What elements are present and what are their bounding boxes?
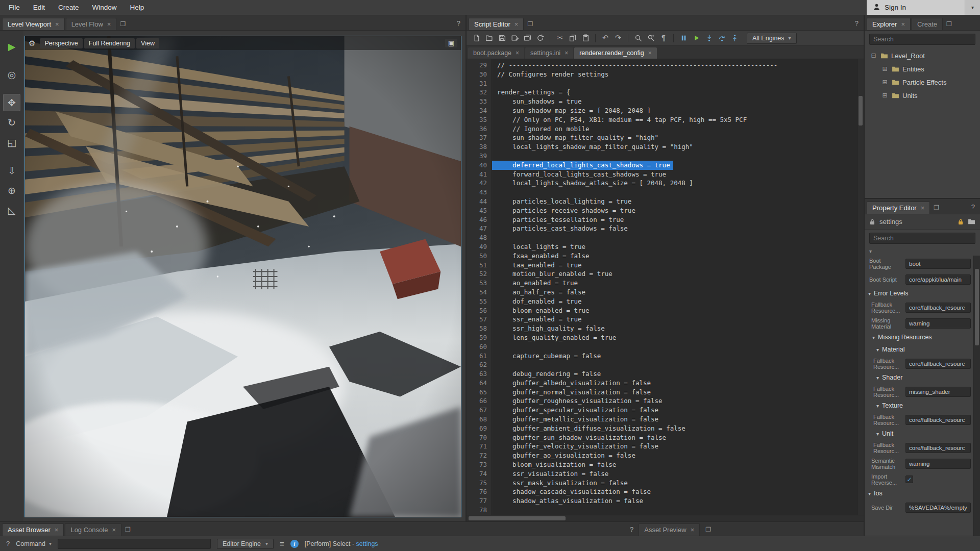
undock-icon[interactable]: ❐ [125,526,131,533]
viewport-view-button[interactable]: View [136,38,159,48]
code-line-61[interactable]: capture_cubemap = false [497,352,857,361]
property-value-field[interactable]: warning [905,318,971,329]
save-icon[interactable] [496,33,507,44]
close-icon[interactable]: × [648,50,652,56]
property-value-field[interactable]: core/fallback_resourc [905,443,971,453]
frame-select-icon[interactable]: ◎ [3,66,20,83]
code-line-44[interactable]: particles_local_lighting = true [497,197,857,206]
viewport-layout-icon[interactable]: ▣ [445,39,457,47]
section-ios[interactable]: ▾Ios [865,487,972,499]
code-line-68[interactable]: gbuffer_metallic_visualization = false [497,415,857,424]
save-as-icon[interactable] [509,33,520,44]
code-line-64[interactable]: gbuffer_albedo_visualization = false [497,379,857,388]
file-tab-renderer-render-config[interactable]: renderer.render_config× [574,47,657,59]
tab-asset-browser[interactable]: Asset Browser× [2,523,64,536]
run-level-icon[interactable]: ▶ [3,38,20,55]
code-line-55[interactable]: dof_enabled = true [497,297,857,306]
code-line-43[interactable] [497,188,857,197]
scrollbar-thumb[interactable] [975,269,979,345]
tab-asset-preview[interactable]: Asset Preview× [639,523,700,536]
folder-icon[interactable] [968,218,975,225]
menu-create[interactable]: Create [52,0,86,15]
vertical-scrollbar[interactable] [973,256,980,536]
property-value-field[interactable]: warning [905,459,971,469]
gear-icon[interactable]: ⚙ [29,39,35,48]
code-line-35[interactable]: // Only on PC, PS4, XB1: medium == 4 tap… [497,115,857,124]
step-over-icon[interactable] [716,33,727,44]
close-icon[interactable]: × [691,527,695,533]
code-line-77[interactable]: shadow_atlas_visualization = false [497,496,857,506]
show-whitespace-icon[interactable]: ¶ [658,33,669,44]
property-value-field[interactable]: missing_shader [905,387,971,397]
code-line-31[interactable] [497,79,857,88]
viewport-perspective-button[interactable]: Perspective [40,38,82,48]
step-into-icon[interactable] [703,33,715,44]
close-icon[interactable]: × [107,21,111,28]
code-line-74[interactable]: ssr_visualization = false [497,469,857,479]
move-tool-icon[interactable]: ✥ [3,94,20,111]
code-line-76[interactable]: shadow_cascade_visualization = false [497,487,857,496]
code-line-53[interactable]: ao_enabled = true [497,279,857,288]
code-line-49[interactable]: local_lights = true [497,242,857,252]
code-lines[interactable]: // -------------------------------------… [492,59,857,515]
property-search-input[interactable] [869,233,975,244]
tab-create[interactable]: Create [912,18,943,30]
section-missing-resources[interactable]: ▾Missing Resources [865,331,972,343]
spawn-unit-icon[interactable]: ⊕ [3,182,20,199]
paste-icon[interactable] [580,33,591,44]
section-texture[interactable]: ▾Texture [865,399,972,412]
find-icon[interactable] [632,33,644,44]
property-value-field[interactable]: core/fallback_resourc [905,415,971,425]
code-line-59[interactable]: lens_quality_enabled = true [497,333,857,342]
open-file-icon[interactable] [483,33,495,44]
log-list-icon[interactable]: ≡ [280,539,284,548]
menu-edit[interactable]: Edit [27,0,52,15]
close-icon[interactable]: × [55,527,59,533]
viewport-full-rendering-button[interactable]: Full Rendering [84,38,135,48]
code-line-72[interactable]: gbuffer_ao_visualization = false [497,451,857,460]
tab-level-flow[interactable]: Level Flow× [66,18,117,30]
tab-script-editor[interactable]: Script Editor× [469,18,524,30]
code-line-47[interactable]: particles_cast_shadows = false [497,224,857,233]
vertical-scrollbar[interactable] [857,59,864,515]
code-line-57[interactable]: ssr_enabled = true [497,315,857,324]
new-file-icon[interactable] [471,33,482,44]
close-icon[interactable]: × [901,21,905,28]
copy-icon[interactable] [567,33,578,44]
code-line-30[interactable]: // Configures render settings [497,70,857,79]
code-line-63[interactable]: debug_rendering = false [497,369,857,379]
help-icon[interactable]: ? [630,525,633,533]
pause-icon[interactable] [678,33,689,44]
code-line-46[interactable]: particles_tessellation = true [497,215,857,224]
property-value-field[interactable]: boot [905,259,971,269]
scrollbar-thumb[interactable] [859,96,863,126]
file-tab-boot-package[interactable]: boot.package× [468,47,524,59]
scrollbar-thumb[interactable] [469,516,566,520]
tree-item-units[interactable]: ⊞Units [865,89,980,102]
undock-icon[interactable]: ❐ [527,20,533,28]
save-all-icon[interactable] [522,33,533,44]
close-icon[interactable]: × [55,21,59,28]
code-line-38[interactable]: local_lights_shadow_map_filter_quality =… [497,142,857,152]
code-line-62[interactable] [497,360,857,369]
expand-icon[interactable]: ⊞ [881,92,889,99]
code-line-33[interactable]: sun_shadows = true [497,97,857,106]
code-line-41[interactable]: forward_local_lights_cast_shadows = true [497,170,857,179]
close-icon[interactable]: × [921,205,925,211]
code-line-32[interactable]: render_settings = { [497,88,857,97]
cut-icon[interactable]: ✂ [554,33,566,44]
code-line-42[interactable]: local_lights_shadow_atlas_size = [ 2048,… [497,179,857,188]
engine-dropdown[interactable]: Editor Engine ▾ [217,539,274,549]
section-unit[interactable]: ▾Unit [865,428,972,440]
code-line-78[interactable] [497,506,857,515]
code-line-51[interactable]: taa_enabled = true [497,261,857,270]
scale-tool-icon[interactable]: ◱ [3,134,20,151]
redo-icon[interactable]: ↷ [612,33,624,44]
code-line-75[interactable]: ssr_mask_visualization = false [497,479,857,488]
tree-item-particle-effects[interactable]: ⊞Particle Effects [865,76,980,89]
undock-icon[interactable]: ❐ [120,20,126,28]
close-icon[interactable]: × [516,50,519,56]
sign-in-button[interactable]: Sign In [867,0,965,15]
locked-icon[interactable] [958,218,964,226]
status-message-link[interactable]: settings [356,540,378,547]
